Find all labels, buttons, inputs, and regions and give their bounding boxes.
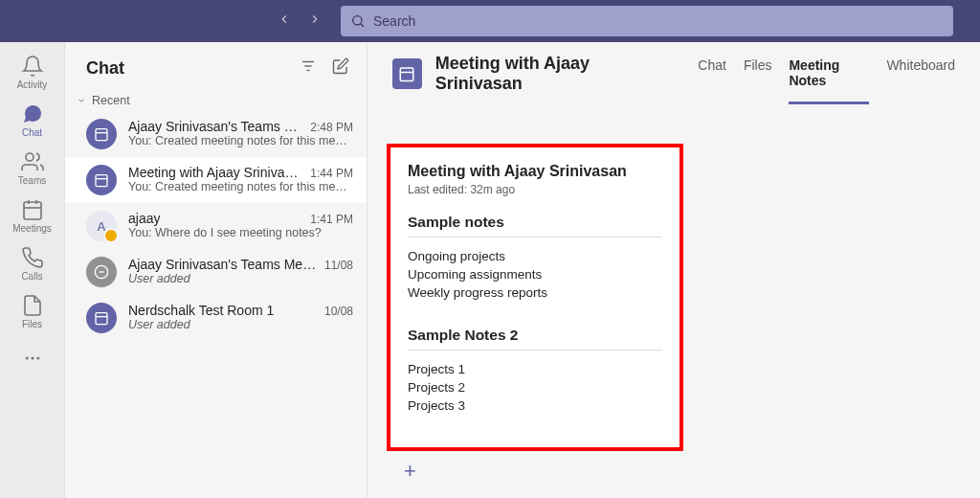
notes-line: Weekly progress reports (408, 283, 662, 302)
chat-item-preview: You: Created meeting notes for this me… (128, 180, 353, 193)
main-header: Meeting with Ajaay Srinivasan ChatFilesM… (368, 42, 980, 105)
chat-list: Ajaay Srinivasan's Teams Mee…2:48 PMYou:… (65, 111, 367, 341)
notes-section-body[interactable]: Ongoing projectsUpcoming assignmentsWeek… (408, 247, 662, 302)
chat-item[interactable]: Ajaay Srinivasan's Teams Meeting11/08Use… (65, 249, 367, 295)
tab-bar: ChatFilesMeeting NotesWhiteboard (698, 57, 955, 91)
notes-title: Meeting with Ajaay Srinivasan (408, 163, 662, 180)
filter-icon[interactable] (300, 57, 317, 79)
rail-teams[interactable]: Teams (0, 144, 65, 192)
chat-item-title: Nerdschalk Test Room 1 (128, 303, 274, 318)
app-rail: Activity Chat Teams Meetings Calls Files (0, 42, 65, 498)
search-input[interactable] (373, 13, 944, 29)
chat-item-preview: You: Where do I see meeting notes? (128, 226, 353, 239)
nav-back-icon[interactable] (274, 9, 295, 34)
svg-point-0 (353, 16, 362, 25)
chat-item-title: ajaay (128, 211, 160, 226)
svg-rect-13 (96, 129, 107, 141)
phone-icon (21, 246, 44, 269)
rail-activity[interactable]: Activity (0, 48, 65, 96)
chat-item-preview: User added (128, 318, 353, 331)
svg-rect-15 (96, 175, 107, 187)
chat-item-title: Ajaay Srinivasan's Teams Meeting (128, 257, 317, 272)
rail-chat[interactable]: Chat (0, 96, 65, 144)
chat-item[interactable]: Aajaay1:41 PMYou: Where do I see meeting… (65, 203, 367, 249)
chat-item-time: 1:41 PM (310, 213, 353, 226)
rail-files[interactable]: Files (0, 287, 65, 335)
rail-label: Files (22, 319, 42, 329)
rail-label: Teams (18, 175, 46, 186)
tab-chat[interactable]: Chat (698, 57, 726, 104)
search-icon (350, 13, 366, 29)
chat-item[interactable]: Nerdschalk Test Room 110/08User added (65, 295, 367, 341)
rail-label: Meetings (12, 223, 52, 234)
chat-item-time: 2:48 PM (310, 121, 353, 134)
chat-list-title: Chat (86, 58, 124, 79)
svg-point-7 (25, 357, 28, 360)
tab-files[interactable]: Files (744, 57, 772, 104)
chat-item-time: 11/08 (324, 259, 353, 272)
main-title: Meeting with Ajaay Srinivasan (435, 54, 672, 94)
chat-item-time: 10/08 (324, 305, 353, 318)
chat-icon (21, 102, 44, 125)
ellipsis-icon (23, 349, 42, 368)
svg-rect-19 (96, 313, 107, 325)
chat-item[interactable]: Meeting with Ajaay Srinivasan1:44 PMYou:… (65, 157, 367, 203)
notes-line: Projects 1 (408, 360, 662, 378)
notes-last-edited: Last edited: 32m ago (408, 183, 662, 196)
chat-avatar (86, 119, 117, 149)
chevron-down-icon (77, 96, 86, 105)
chat-avatar (86, 165, 117, 195)
notes-section-heading[interactable]: Sample notes (408, 214, 662, 238)
svg-point-2 (26, 153, 33, 161)
rail-label: Activity (17, 79, 48, 90)
chat-avatar (86, 303, 117, 333)
notes-line: Projects 3 (408, 396, 662, 415)
nav-forward-icon[interactable] (304, 9, 325, 34)
rail-label: Chat (22, 127, 42, 138)
rail-more[interactable] (0, 339, 65, 377)
notes-line: Ongoing projects (408, 247, 662, 265)
meeting-icon (392, 58, 422, 89)
section-label: Recent (92, 94, 130, 107)
compose-icon[interactable] (332, 57, 349, 79)
top-bar (0, 0, 980, 42)
chat-item-preview: User added (128, 272, 353, 285)
bell-icon (21, 55, 44, 78)
chat-avatar (86, 257, 117, 287)
rail-calls[interactable]: Calls (0, 239, 65, 287)
svg-rect-21 (401, 68, 414, 81)
chat-list-pane: Chat Recent Ajaay Srinivasan's Teams Mee… (65, 42, 368, 498)
svg-point-8 (31, 357, 33, 360)
rail-meetings[interactable]: Meetings (0, 192, 65, 239)
chat-item-title: Ajaay Srinivasan's Teams Mee… (128, 119, 302, 134)
svg-rect-3 (24, 202, 41, 219)
notes-line: Projects 2 (408, 378, 662, 396)
calendar-icon (21, 198, 44, 221)
tab-whiteboard[interactable]: Whiteboard (886, 57, 955, 104)
notes-line: Upcoming assignments (408, 265, 662, 283)
chat-item[interactable]: Ajaay Srinivasan's Teams Mee…2:48 PMYou:… (65, 111, 367, 157)
chat-avatar: A (86, 211, 117, 241)
svg-line-1 (361, 24, 364, 27)
chat-item-time: 1:44 PM (310, 167, 353, 180)
main-pane: Meeting with Ajaay Srinivasan ChatFilesM… (368, 42, 980, 498)
notes-section-body[interactable]: Projects 1Projects 2Projects 3 (408, 360, 662, 415)
chat-item-title: Meeting with Ajaay Srinivasan (128, 165, 302, 180)
search-box[interactable] (341, 6, 953, 36)
teams-icon (21, 150, 44, 173)
chat-section-recent[interactable]: Recent (65, 90, 367, 111)
notes-section-heading[interactable]: Sample Notes 2 (408, 327, 662, 351)
rail-label: Calls (21, 271, 42, 282)
file-icon (21, 294, 44, 317)
chat-item-preview: You: Created meeting notes for this me… (128, 134, 353, 147)
svg-point-9 (36, 357, 39, 360)
tab-meeting-notes[interactable]: Meeting Notes (789, 57, 869, 104)
meeting-notes-card: Meeting with Ajaay Srinivasan Last edite… (387, 144, 683, 451)
add-section-button[interactable]: + (387, 451, 434, 491)
